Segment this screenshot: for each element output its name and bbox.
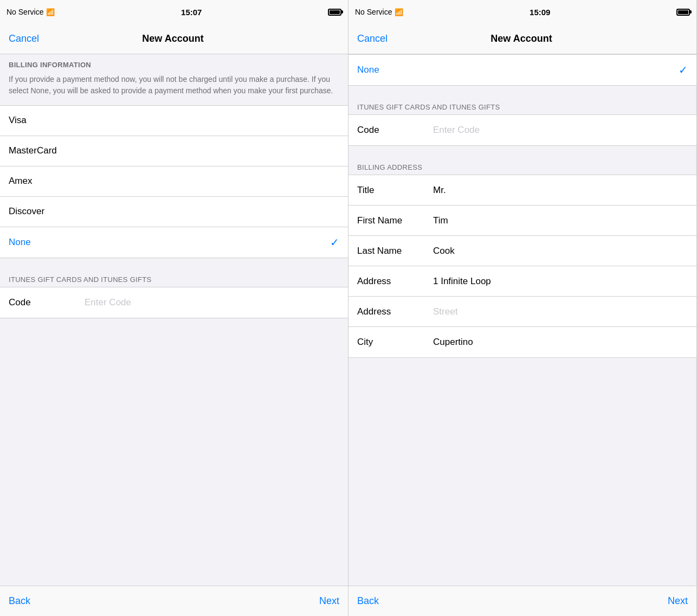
code-label-left: Code (9, 297, 85, 308)
payment-discover-label: Discover (9, 206, 44, 217)
battery-icon-right (676, 9, 690, 16)
nav-title-right: New Account (491, 33, 552, 44)
status-bar-left: No Service 📶 15:07 (0, 0, 348, 24)
no-service-label-right: No Service (355, 8, 392, 16)
gap-r3 (348, 358, 696, 369)
billing-firstname-label: First Name (357, 215, 433, 226)
billing-lastname-label: Last Name (357, 246, 433, 256)
code-row-right[interactable]: Code Enter Code (348, 115, 696, 145)
code-label-right: Code (357, 125, 433, 136)
payment-mastercard-row[interactable]: MasterCard (0, 136, 348, 166)
gift-cards-header-right: ITUNES GIFT CARDS AND ITUNES GIFTS (348, 97, 696, 114)
back-button-right[interactable]: Back (357, 595, 379, 607)
billing-lastname-row[interactable]: Last Name Cook (348, 236, 696, 266)
status-bar-right: No Service 📶 15:09 (348, 0, 696, 24)
payment-amex-row[interactable]: Amex (0, 166, 348, 197)
next-button-left[interactable]: Next (319, 595, 339, 607)
cancel-button-left[interactable]: Cancel (9, 33, 39, 44)
panel-right: No Service 📶 15:09 Cancel New Account No… (348, 0, 697, 616)
status-right-left (328, 9, 341, 16)
payment-methods-section: Visa MasterCard Amex Discover None ✓ (0, 105, 348, 258)
nav-bar-right: Cancel New Account (348, 24, 696, 54)
back-button-left[interactable]: Back (9, 595, 30, 607)
none-checkmark-left: ✓ (330, 236, 339, 249)
gap-r1 (348, 86, 696, 97)
status-right-right (676, 9, 690, 16)
billing-city-row[interactable]: City Cupertino (348, 327, 696, 357)
nav-title-left: New Account (142, 33, 203, 44)
status-left-right: No Service 📶 (355, 8, 403, 16)
code-placeholder-right: Enter Code (433, 125, 688, 136)
gift-cards-section-left: Code Enter Code (0, 287, 348, 318)
payment-visa-row[interactable]: Visa (0, 106, 348, 136)
billing-address-header: BILLING ADDRESS (348, 157, 696, 175)
wifi-icon-left: 📶 (46, 8, 55, 16)
billing-address2-label: Address (357, 306, 433, 317)
nav-bar-left: Cancel New Account (0, 24, 348, 54)
payment-none-label: None (9, 237, 31, 248)
billing-address2-placeholder: Street (433, 306, 688, 317)
scroll-content-left: BILLING INFORMATION If you provide a pay… (0, 54, 348, 586)
none-checkmark-right: ✓ (679, 63, 688, 76)
gap-r2 (348, 146, 696, 157)
billing-title-value: Mr. (433, 185, 688, 196)
time-right: 15:09 (530, 8, 550, 17)
billing-info-body: If you provide a payment method now, you… (9, 74, 339, 97)
no-service-label-left: No Service (7, 8, 43, 16)
gap-1 (0, 258, 348, 269)
time-left: 15:07 (181, 8, 202, 17)
billing-info-block: BILLING INFORMATION If you provide a pay… (0, 54, 348, 105)
gift-cards-header-left: ITUNES GIFT CARDS AND ITUNES GIFTS (0, 269, 348, 287)
billing-city-value: Cupertino (433, 337, 688, 348)
billing-firstname-row[interactable]: First Name Tim (348, 206, 696, 236)
billing-lastname-value: Cook (433, 246, 688, 256)
billing-firstname-value: Tim (433, 215, 688, 226)
billing-title-label: Title (357, 185, 433, 196)
bottom-bar-left: Back Next (0, 586, 348, 616)
billing-address-section: Title Mr. First Name Tim Last Name Cook … (348, 175, 696, 358)
gap-2 (0, 318, 348, 329)
none-label-right: None (357, 65, 379, 75)
bottom-bar-right: Back Next (348, 586, 696, 616)
payment-mastercard-label: MasterCard (9, 145, 57, 156)
none-row-right[interactable]: None ✓ (348, 55, 696, 85)
billing-city-label: City (357, 337, 433, 348)
payment-visa-label: Visa (9, 115, 27, 126)
battery-icon-left (328, 9, 341, 16)
gift-cards-section-right: Code Enter Code (348, 114, 696, 146)
billing-address1-label: Address (357, 276, 433, 287)
none-section-right: None ✓ (348, 54, 696, 86)
billing-address1-row[interactable]: Address 1 Infinite Loop (348, 266, 696, 297)
next-button-right[interactable]: Next (668, 595, 688, 607)
billing-address1-value: 1 Infinite Loop (433, 276, 688, 287)
code-row-left[interactable]: Code Enter Code (0, 287, 348, 318)
scroll-content-right: None ✓ ITUNES GIFT CARDS AND ITUNES GIFT… (348, 54, 696, 586)
code-placeholder-left: Enter Code (85, 297, 339, 308)
panel-left: No Service 📶 15:07 Cancel New Account BI… (0, 0, 348, 616)
wifi-icon-right: 📶 (395, 8, 403, 16)
billing-info-title: BILLING INFORMATION (9, 60, 339, 70)
billing-address2-row[interactable]: Address Street (348, 297, 696, 327)
cancel-button-right[interactable]: Cancel (357, 33, 388, 44)
payment-none-row[interactable]: None ✓ (0, 227, 348, 258)
status-left-left: No Service 📶 (7, 8, 55, 16)
billing-title-row[interactable]: Title Mr. (348, 175, 696, 206)
payment-amex-label: Amex (9, 176, 32, 187)
payment-discover-row[interactable]: Discover (0, 197, 348, 227)
